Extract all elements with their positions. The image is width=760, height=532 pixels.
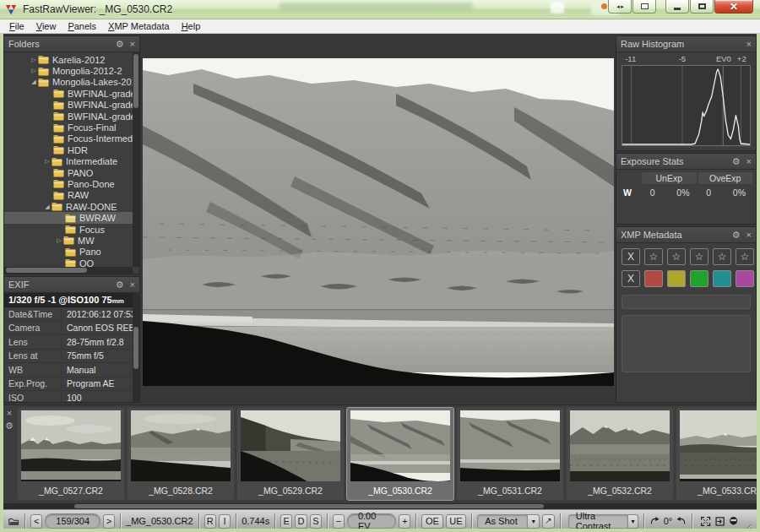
gear-icon[interactable]: ⚙ xyxy=(732,231,741,240)
gear-icon[interactable]: ⚙ xyxy=(116,280,124,290)
folder-tree-item[interactable]: Focus xyxy=(4,224,133,235)
underexposure-button[interactable]: UE xyxy=(446,514,467,529)
raw-mode-button[interactable]: R xyxy=(204,514,217,529)
thumbnail-image[interactable] xyxy=(350,410,450,481)
menu-view[interactable]: View xyxy=(30,21,62,31)
wb-options-button[interactable] xyxy=(542,514,555,529)
info-mode-button[interactable]: I xyxy=(219,514,231,529)
minimize-button[interactable] xyxy=(665,0,689,14)
contrast-dropdown[interactable]: Ultra Contrast ▾ xyxy=(568,514,638,529)
folder-tree-item[interactable]: Pano xyxy=(4,247,133,258)
maximize-button[interactable] xyxy=(690,0,714,14)
expand-arrow-icon[interactable]: ▷ xyxy=(55,237,63,244)
expand-arrow-icon[interactable]: ▷ xyxy=(30,57,38,63)
main-image[interactable] xyxy=(143,58,614,386)
folder-tree-item[interactable]: Focus-Intermedia xyxy=(4,133,133,144)
filmstrip-thumbnail[interactable]: _MG_0533.CR2 xyxy=(676,407,757,501)
thumbnail-image[interactable] xyxy=(131,410,231,481)
rating-star-1[interactable]: ☆ xyxy=(644,248,663,265)
gear-icon[interactable]: ⚙ xyxy=(116,40,124,49)
overexposure-button[interactable]: OE xyxy=(421,514,442,529)
folder-tree-item[interactable]: ▷ Mongolia-2012-2 xyxy=(4,65,133,76)
close-button[interactable]: ✕ xyxy=(714,0,753,14)
rotate-ccw-icon[interactable] xyxy=(675,515,687,527)
shadows-button[interactable]: S xyxy=(310,514,322,529)
filmstrip-scrollbar[interactable] xyxy=(3,503,757,509)
folder-tree-item[interactable]: RAW xyxy=(4,190,133,201)
thumbnail-image[interactable] xyxy=(241,410,340,481)
gear-icon[interactable]: ⚙ xyxy=(732,157,741,166)
menu-file[interactable]: File xyxy=(3,21,30,31)
prev-file-button[interactable]: < xyxy=(30,514,42,529)
close-icon[interactable]: × xyxy=(746,231,752,240)
folder-tree-item[interactable]: BWFINAL-grade0 xyxy=(4,88,133,99)
label-green-button[interactable] xyxy=(690,270,708,287)
rating-star-5[interactable]: ☆ xyxy=(736,248,754,265)
exif-scrollbar[interactable] xyxy=(133,293,139,402)
filmstrip-thumbnail[interactable]: _MG_0527.CR2 xyxy=(17,407,125,501)
filmstrip-thumbnail[interactable]: _MG_0528.CR2 xyxy=(127,407,235,501)
expand-arrow-icon[interactable]: ▷ xyxy=(43,158,52,165)
rating-star-3[interactable]: ☆ xyxy=(690,248,708,265)
folder-tree-item[interactable]: ▷ MW xyxy=(4,235,133,246)
expand-arrow-icon[interactable]: ◢ xyxy=(30,79,38,85)
filmstrip-thumbnail[interactable]: _MG_0531.CR2 xyxy=(456,407,564,501)
expand-arrow-icon[interactable]: ◢ xyxy=(43,204,52,210)
next-file-button[interactable]: > xyxy=(103,514,115,529)
close-icon[interactable]: × xyxy=(7,409,12,418)
thumbnail-image[interactable] xyxy=(570,410,670,481)
folder-tree-item[interactable]: ▷ Karelia-2012 xyxy=(4,54,133,65)
filmstrip-thumbnail[interactable]: _MG_0530.CR2 xyxy=(346,407,454,501)
expand-arrow-icon[interactable]: ▷ xyxy=(30,68,38,74)
rotate-cw-icon[interactable] xyxy=(649,515,661,527)
folder-tree-item[interactable]: PANO xyxy=(4,167,133,178)
thumbnail-image[interactable] xyxy=(680,410,757,481)
folder-tree-item[interactable]: HDR xyxy=(4,144,133,155)
close-icon[interactable]: × xyxy=(130,280,135,290)
open-folder-icon[interactable] xyxy=(8,516,19,527)
folders-vertical-scrollbar[interactable] xyxy=(133,52,139,267)
histogram-axis: -11 -5 EV0 +2 xyxy=(622,54,751,64)
folders-horizontal-scrollbar[interactable] xyxy=(4,267,133,274)
label-purple-button[interactable] xyxy=(736,270,754,287)
titlebar-compare-button[interactable]: ◄► xyxy=(608,0,632,14)
rating-star-2[interactable]: ☆ xyxy=(667,248,686,265)
folder-tree-item[interactable]: Pano-Done xyxy=(4,178,133,189)
folder-tree-item[interactable]: BWFINAL-grade5 xyxy=(4,111,133,122)
titlebar-switch-button[interactable] xyxy=(632,0,656,14)
desktop-glimpse xyxy=(279,3,473,10)
folder-tree-item[interactable]: BWFINAL-grade3 xyxy=(4,100,133,111)
fit-window-icon[interactable] xyxy=(714,515,725,528)
fullscreen-icon[interactable] xyxy=(700,515,711,528)
menu-xmp-metadata[interactable]: XMP Metadata xyxy=(102,21,176,31)
folder-tree-item[interactable]: BWRAW xyxy=(4,212,133,223)
close-icon[interactable]: × xyxy=(746,40,752,49)
rating-star-4[interactable]: ☆ xyxy=(713,248,731,265)
thumbnail-image[interactable] xyxy=(21,410,121,481)
menu-help[interactable]: Help xyxy=(176,21,207,31)
thumbnail-image[interactable] xyxy=(460,410,560,481)
exposure-button[interactable]: E xyxy=(280,514,292,529)
clear-rating-button[interactable]: X xyxy=(622,248,640,265)
folder-tree-item[interactable]: ◢ RAW-DONE xyxy=(4,201,133,212)
gear-icon[interactable]: ⚙ xyxy=(5,421,14,431)
display-mode-icon[interactable] xyxy=(728,515,739,528)
menu-panels[interactable]: Panels xyxy=(62,21,102,31)
folder-tree-item[interactable]: ◢ Mongolia-Lakes-201 xyxy=(4,77,133,88)
filmstrip-thumbnail[interactable]: _MG_0529.CR2 xyxy=(236,407,345,501)
label-teal-button[interactable] xyxy=(713,270,731,287)
label-yellow-button[interactable] xyxy=(667,270,686,287)
close-icon[interactable]: × xyxy=(746,157,752,166)
label-red-button[interactable] xyxy=(644,270,663,287)
xmp-description-input[interactable] xyxy=(622,315,751,372)
ev-increase-button[interactable]: + xyxy=(399,514,410,529)
folder-tree-item[interactable]: Focus-Final xyxy=(4,122,133,133)
folder-tree-item[interactable]: ▷ Intermediate xyxy=(4,156,133,167)
close-icon[interactable]: × xyxy=(130,40,135,49)
ev-decrease-button[interactable]: − xyxy=(333,514,345,529)
filmstrip-thumbnail[interactable]: _MG_0532.CR2 xyxy=(566,407,674,501)
details-button[interactable]: D xyxy=(295,514,307,529)
xmp-title-input[interactable] xyxy=(622,295,751,309)
white-balance-dropdown[interactable]: As Shot ▾ xyxy=(477,514,540,529)
clear-label-button[interactable]: X xyxy=(622,270,640,287)
